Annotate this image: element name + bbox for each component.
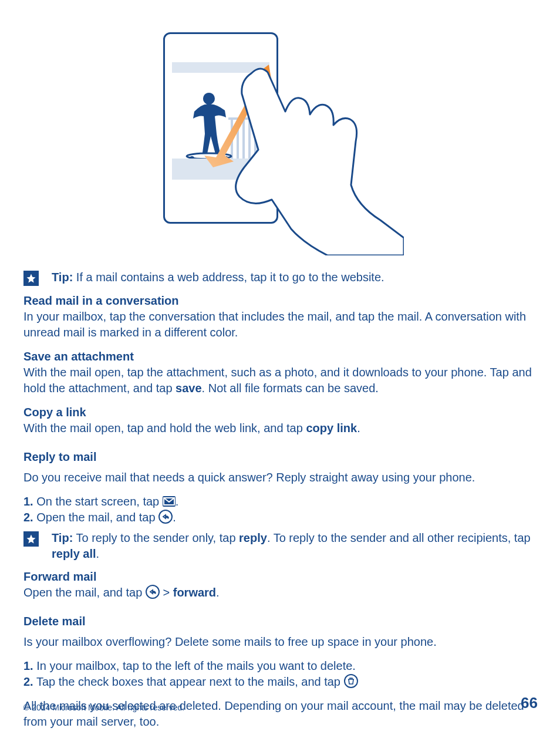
reply-step-2: 2. Open the mail, and tap .: [23, 510, 538, 525]
heading-delete-mail: Delete mail: [23, 615, 538, 628]
delete-step-1: 1. In your mailbox, tap to the left of t…: [23, 658, 538, 674]
copyright-text: © 2014 Microsoft Mobile. All rights rese…: [23, 703, 184, 712]
star-tip-icon: [23, 271, 39, 286]
hand-gesture-icon: [216, 62, 404, 255]
reply-step-1: 1. On the start screen, tap .: [23, 494, 538, 510]
star-tip-icon: [23, 531, 39, 547]
heading-save-attachment: Save an attachment: [23, 349, 538, 365]
heading-reply-to-mail: Reply to mail: [23, 450, 538, 464]
trash-icon: [344, 674, 358, 688]
section-forward-mail: Forward mail Open the mail, and tap > fo…: [23, 569, 538, 601]
reply-icon: [146, 585, 160, 599]
reply-icon: [158, 510, 173, 524]
section-read-conversation: Read mail in a conversation In your mail…: [23, 293, 538, 341]
intro-reply: Do you receive mail that needs a quick a…: [23, 470, 538, 486]
section-save-attachment: Save an attachment With the mail open, t…: [23, 349, 538, 396]
tip-reply: Tip: To reply to the sender only, tap re…: [23, 530, 538, 562]
intro-delete: Is your mailbox overflowing? Delete some…: [23, 634, 538, 650]
pinch-zoom-illustration: [163, 32, 398, 255]
delete-step-2: 2. Tap the check boxes that appear next …: [23, 674, 538, 690]
tip-web-address: Tip: If a mail contains a web address, t…: [23, 269, 538, 286]
page-footer: © 2014 Microsoft Mobile. All rights rese…: [23, 694, 538, 712]
mail-icon: [163, 496, 176, 507]
page-number: 66: [521, 694, 538, 712]
tip-label: Tip:: [52, 271, 73, 284]
manual-page: Tip: If a mail contains a web address, t…: [0, 0, 560, 738]
illustration-container: [23, 32, 538, 255]
heading-read-conversation: Read mail in a conversation: [23, 293, 538, 309]
section-copy-link: Copy a link With the mail open, tap and …: [23, 405, 538, 436]
tip-text: If a mail contains a web address, tap it…: [73, 271, 384, 284]
svg-point-1: [190, 156, 194, 159]
body-read-conversation: In your mailbox, tap the conversation th…: [23, 310, 526, 339]
heading-forward-mail: Forward mail: [23, 569, 538, 585]
heading-copy-link: Copy a link: [23, 405, 538, 420]
